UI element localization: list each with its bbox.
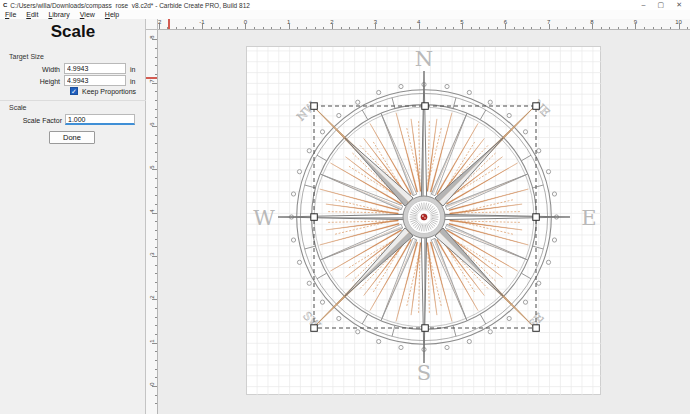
selection-handle[interactable] — [533, 214, 540, 221]
cardinal-letter: E — [581, 206, 596, 230]
cardinal-letter: W — [253, 206, 275, 230]
keep-proportions-checkbox[interactable]: ✓ — [70, 87, 78, 95]
left-ruler: 876543210 — [146, 30, 158, 414]
workspace: -2-1012345678910 876543210 NESWNWNESWSE — [146, 19, 690, 414]
height-unit: in — [130, 78, 135, 85]
selection-handle[interactable] — [533, 325, 540, 332]
selection-handle[interactable] — [311, 325, 318, 332]
minimize-button[interactable]: – — [642, 1, 646, 9]
done-button[interactable]: Done — [49, 131, 95, 144]
selection-handle[interactable] — [311, 103, 318, 110]
selection-handle[interactable] — [422, 103, 429, 110]
scale-factor-input[interactable] — [65, 114, 135, 125]
menu-library[interactable]: Library — [43, 11, 74, 18]
menu-help[interactable]: Help — [100, 11, 124, 18]
keep-proportions-label[interactable]: Keep Proportions — [82, 88, 136, 95]
compass-center-point — [421, 214, 427, 220]
selection-handle[interactable] — [311, 214, 318, 221]
top-ruler: -2-1012345678910 — [146, 19, 690, 30]
window-title: C:/Users/willa/Downloads/compass_rose_v8… — [10, 2, 641, 9]
menu-edit[interactable]: Edit — [21, 11, 43, 18]
menu-file[interactable]: File — [0, 11, 21, 18]
ruler-corner — [146, 19, 158, 30]
cardinal-letter: N — [415, 47, 433, 71]
close-button[interactable]: ✕ — [676, 1, 682, 9]
selection-handle[interactable] — [533, 103, 540, 110]
design-sheet[interactable]: NESWNWNESWSE — [246, 46, 601, 395]
app-icon: C — [3, 2, 7, 8]
panel-title: Scale — [0, 22, 146, 42]
width-label: Width — [20, 66, 60, 73]
cardinal-letter: S — [417, 361, 431, 385]
scale-factor-label: Scale Factor — [4, 117, 62, 124]
target-size-group-label: Target Size — [9, 53, 44, 60]
selection-handle[interactable] — [422, 325, 429, 332]
compass-rose-drawing[interactable]: NESWNWNESWSE — [247, 47, 602, 396]
ruler-position-marker-x — [168, 19, 170, 30]
canvas-area[interactable]: NESWNWNESWSE — [158, 30, 690, 414]
title-bar: C C:/Users/willa/Downloads/compass_rose_… — [0, 0, 690, 10]
height-input[interactable] — [64, 75, 126, 86]
ruler-position-marker-y — [146, 77, 158, 79]
scale-panel: Scale Target Size Width in Height in ✓ K… — [0, 19, 146, 414]
height-label: Height — [20, 78, 60, 85]
maximize-button[interactable]: ▢ — [658, 1, 665, 9]
scale-group-label: Scale — [9, 104, 27, 111]
menu-view[interactable]: View — [75, 11, 100, 18]
width-input[interactable] — [64, 63, 126, 74]
menu-bar: FileEditLibraryViewHelp — [0, 10, 690, 19]
width-unit: in — [130, 66, 135, 73]
